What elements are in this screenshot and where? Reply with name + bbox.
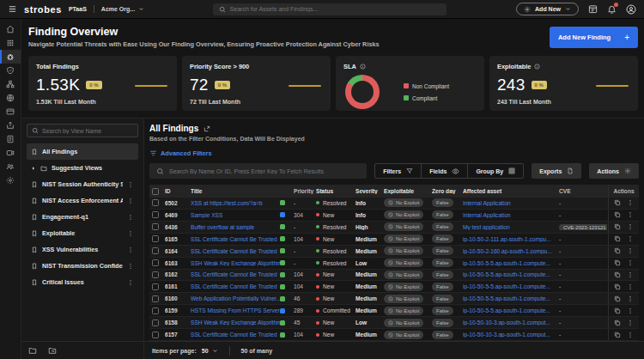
- kebab-menu-icon[interactable]: [127, 214, 134, 221]
- row-checkbox[interactable]: [152, 223, 159, 230]
- kebab-menu-icon[interactable]: [627, 223, 634, 230]
- row-checkbox[interactable]: [152, 283, 159, 290]
- asset-link[interactable]: ip-10-50-5-5.ap-south-1.compute...: [463, 260, 559, 266]
- row-checkbox[interactable]: [152, 271, 159, 278]
- copy-icon[interactable]: [614, 271, 621, 278]
- nav-home[interactable]: [0, 22, 21, 36]
- global-search[interactable]: [213, 3, 447, 15]
- table-row[interactable]: 6165 SSL Certificate Cannot Be Trusted 1…: [149, 234, 639, 246]
- view-item[interactable]: NIST Access Enforcement AC-3: [27, 192, 138, 209]
- findings-search[interactable]: [149, 163, 367, 179]
- table-row[interactable]: 6436 Buffer overflow at sample - Resolve…: [149, 222, 639, 234]
- copy-icon[interactable]: [614, 247, 621, 254]
- folder-import-icon[interactable]: [48, 346, 57, 355]
- menu-icon[interactable]: [8, 4, 17, 14]
- asset-link[interactable]: ip-10-50-5-5.ap-south-1.compute...: [463, 307, 559, 313]
- kebab-menu-icon[interactable]: [627, 247, 634, 254]
- nav-billing[interactable]: [0, 105, 21, 119]
- group-by-button[interactable]: Group By: [468, 164, 523, 178]
- asset-link[interactable]: Internal Application: [463, 212, 559, 218]
- findings-search-input[interactable]: [169, 168, 360, 174]
- finding-title-link[interactable]: SSL Certificate Cannot Be Trusted: [191, 236, 280, 242]
- table-row[interactable]: 6161 SSL Certificate Cannot Be Trusted 1…: [149, 281, 639, 293]
- kebab-menu-icon[interactable]: [627, 259, 634, 266]
- global-search-input[interactable]: [230, 6, 440, 12]
- kebab-menu-icon[interactable]: [627, 295, 634, 302]
- asset-link[interactable]: ip-10-50-5-5.ap-south-1.compute...: [463, 271, 559, 277]
- copy-icon[interactable]: [614, 307, 621, 314]
- row-checkbox[interactable]: [152, 295, 159, 302]
- activity-log-icon[interactable]: [588, 4, 598, 14]
- asset-link[interactable]: My test application: [463, 224, 559, 230]
- table-row[interactable]: 6158 SSH Weak Key Exchange Algorithm... …: [149, 317, 639, 329]
- row-checkbox[interactable]: [152, 307, 159, 314]
- kebab-menu-icon[interactable]: [627, 332, 634, 338]
- kebab-menu-icon[interactable]: [127, 263, 134, 270]
- asset-link[interactable]: ip-10-50-10-3.ap-south-1.comput...: [463, 332, 559, 338]
- fields-button[interactable]: Fields: [422, 164, 468, 178]
- kebab-menu-icon[interactable]: [627, 319, 634, 326]
- kebab-menu-icon[interactable]: [627, 199, 634, 206]
- kebab-menu-icon[interactable]: [127, 181, 134, 188]
- finding-title-link[interactable]: XSS at https://test.com/?a=b: [191, 200, 280, 206]
- nav-dashboards[interactable]: [0, 36, 21, 50]
- copy-icon[interactable]: [614, 199, 621, 206]
- add-new-button[interactable]: Add New: [516, 3, 579, 15]
- nav-findings[interactable]: [0, 50, 21, 64]
- nav-assets[interactable]: [0, 77, 21, 91]
- copy-icon[interactable]: [614, 283, 621, 290]
- copy-icon[interactable]: [614, 332, 621, 338]
- view-item[interactable]: NIST Transmission Confidentiality a...: [27, 258, 138, 274]
- nav-settings[interactable]: [0, 173, 21, 187]
- copy-icon[interactable]: [614, 211, 621, 218]
- copy-icon[interactable]: [614, 295, 621, 302]
- asset-link[interactable]: ip-10-50-2-111.ap-south-1.compu...: [463, 236, 559, 242]
- items-per-page-select[interactable]: 50: [202, 348, 218, 354]
- view-search-input[interactable]: [42, 128, 133, 134]
- asset-link[interactable]: ip-10-50-5-5.ap-south-1.compute...: [463, 295, 559, 301]
- copy-icon[interactable]: [614, 319, 621, 326]
- expand-icon[interactable]: [204, 125, 210, 132]
- finding-title-link[interactable]: Sample XSS: [191, 212, 280, 218]
- table-row[interactable]: 6163 SSH Weak Key Exchange Algorithm... …: [149, 258, 639, 270]
- add-new-finding-button[interactable]: Add New Finding +: [550, 27, 638, 48]
- advanced-filters-link[interactable]: Advanced Filters: [149, 149, 639, 157]
- kebab-menu-icon[interactable]: [627, 235, 634, 242]
- kebab-menu-icon[interactable]: [127, 230, 134, 237]
- nav-compliance[interactable]: [0, 64, 21, 77]
- notifications-bell-icon[interactable]: [607, 4, 617, 14]
- kebab-menu-icon[interactable]: [627, 271, 634, 278]
- view-item-all-findings[interactable]: All Findings: [27, 143, 138, 160]
- copy-icon[interactable]: [614, 235, 621, 242]
- view-search[interactable]: [27, 124, 138, 137]
- actions-button[interactable]: Actions: [589, 163, 639, 179]
- folder-export-icon[interactable]: [28, 346, 37, 355]
- table-row[interactable]: 6159 HSTS Missing From HTTPS Server (...…: [149, 305, 639, 317]
- filters-button[interactable]: Filters: [375, 164, 422, 178]
- table-row[interactable]: 6157 SSL Certificate Cannot Be Trusted 1…: [149, 329, 639, 341]
- asset-link[interactable]: Internal Application: [463, 200, 559, 206]
- kebab-menu-icon[interactable]: [127, 279, 134, 286]
- finding-title-link[interactable]: Web Application Potentially Vulner...: [191, 295, 280, 301]
- view-item[interactable]: NIST Session Authenticity SC-23: [27, 176, 138, 192]
- table-row[interactable]: 6469 Sample XSS 304 New Info No Exploit …: [149, 210, 639, 222]
- nav-team[interactable]: [0, 160, 21, 173]
- row-checkbox[interactable]: [152, 211, 159, 218]
- finding-title-link[interactable]: Buffer overflow at sample: [191, 224, 280, 230]
- exports-button[interactable]: Exports: [532, 163, 581, 179]
- nav-sessions[interactable]: [0, 146, 21, 160]
- table-row[interactable]: 6162 SSL Certificate Cannot Be Trusted 1…: [149, 270, 639, 282]
- row-checkbox[interactable]: [152, 199, 159, 206]
- finding-title-link[interactable]: SSL Certificate Cannot Be Trusted: [191, 271, 280, 277]
- user-avatar-icon[interactable]: [626, 4, 636, 15]
- finding-title-link[interactable]: SSL Certificate Cannot Be Trusted: [191, 248, 280, 254]
- info-icon[interactable]: [360, 64, 366, 70]
- select-all-checkbox[interactable]: [152, 188, 159, 195]
- row-checkbox[interactable]: [152, 235, 159, 242]
- row-checkbox[interactable]: [152, 259, 159, 266]
- kebab-menu-icon[interactable]: [627, 283, 634, 290]
- view-item[interactable]: Engagement-q1: [27, 209, 138, 225]
- asset-link[interactable]: ip-10-50-5-5.ap-south-1.compute...: [463, 283, 559, 289]
- copy-icon[interactable]: [614, 223, 621, 230]
- finding-title-link[interactable]: SSL Certificate Cannot Be Trusted: [191, 283, 280, 289]
